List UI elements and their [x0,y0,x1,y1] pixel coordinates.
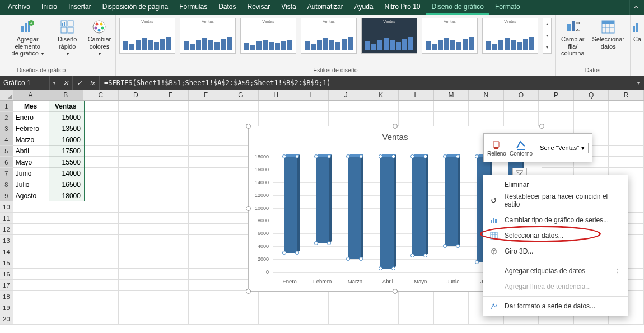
cell[interactable] [119,313,154,325]
cancel-formula-icon[interactable]: ✕ [59,76,73,90]
menu-nitro[interactable]: Nitro Pro 10 [379,0,426,15]
resize-handle[interactable] [246,289,251,294]
chart-style-thumb[interactable]: Ventas [422,18,478,54]
ctx-change-chart-type[interactable]: Cambiar tipo de gráfico de series... [483,212,628,228]
cell[interactable] [153,302,189,313]
cell[interactable]: 16000 [48,134,83,146]
cell[interactable] [223,101,259,112]
cell[interactable] [259,313,294,325]
menu-inicio[interactable]: Inicio [36,0,63,15]
cell[interactable] [153,257,189,269]
cell[interactable] [259,112,294,123]
row-header[interactable]: 20 [0,313,13,324]
cell[interactable] [153,157,189,168]
cell[interactable] [119,112,154,123]
ctx-format-series[interactable]: Dar formato a serie de datos... [483,298,628,314]
accept-formula-icon[interactable]: ✓ [73,76,86,90]
fill-button[interactable]: Relleno [487,139,506,157]
cell[interactable]: Julio [13,179,49,190]
cell[interactable] [399,291,434,302]
cell[interactable] [119,190,154,201]
resize-handle[interactable] [539,124,544,129]
cell[interactable] [434,112,469,123]
cell[interactable]: 18000 [48,190,83,201]
cell[interactable] [434,302,469,313]
cell[interactable] [119,224,154,235]
chart-bar[interactable] [307,157,339,272]
cell[interactable] [363,112,399,123]
cell[interactable] [48,224,83,235]
cell[interactable] [119,101,154,112]
menu-archivo[interactable]: Archivo [2,0,36,15]
cell[interactable] [119,213,154,224]
cell[interactable] [48,246,83,257]
ctx-3d-rotation[interactable]: Giro 3D... [483,243,628,259]
cell[interactable] [13,246,49,257]
cell[interactable] [153,112,189,123]
cell[interactable] [153,179,189,190]
resize-handle[interactable] [393,124,398,129]
cell[interactable] [399,101,434,112]
cell[interactable] [153,246,189,257]
chart-style-thumb[interactable]: Ventas [482,18,538,54]
cell[interactable] [119,146,154,157]
menu-automatizar[interactable]: Automatizar [302,0,349,15]
cell[interactable] [469,112,504,123]
cell[interactable] [189,280,224,291]
row-header[interactable]: 15 [0,257,13,268]
add-chart-element-button[interactable]: + Agregar elemento de gráfico ▾ [3,18,52,58]
cell[interactable] [83,168,119,179]
cell[interactable] [189,246,224,257]
cell[interactable] [119,179,154,190]
cell[interactable] [259,291,294,302]
cell[interactable] [189,168,224,179]
row-header[interactable]: 11 [0,213,13,223]
cell[interactable] [83,146,119,157]
resize-handle[interactable] [393,289,398,294]
cell[interactable] [609,157,644,168]
cell[interactable] [119,280,154,291]
cell[interactable] [119,235,154,246]
cell[interactable] [153,224,189,235]
menu-formato[interactable]: Formato [489,0,526,15]
row-header[interactable]: 4 [0,134,13,145]
cell[interactable] [574,101,609,112]
cell[interactable] [223,302,259,313]
cell[interactable] [189,235,224,246]
cell[interactable] [153,201,189,213]
cell[interactable] [13,269,49,280]
chart-bar[interactable] [404,157,436,272]
cell[interactable] [223,291,259,302]
cell[interactable] [259,101,294,112]
column-header[interactable]: D [119,90,154,100]
cell[interactable] [83,269,119,280]
cell[interactable] [329,313,364,325]
row-header[interactable]: 14 [0,246,13,257]
ctx-select-data[interactable]: Seleccionar datos... [483,228,628,243]
menu-insertar[interactable]: Insertar [63,0,97,15]
cell[interactable]: Abril [13,146,49,157]
cell[interactable] [48,201,83,213]
cell[interactable] [153,134,189,146]
switch-row-column-button[interactable]: Cambiar fila/ columna [559,18,587,58]
cell[interactable] [363,302,399,313]
row-header[interactable]: 13 [0,235,13,246]
cell[interactable] [293,112,329,123]
ctx-delete[interactable]: Eliminar [483,177,628,193]
cell[interactable] [189,269,224,280]
series-selector[interactable]: Serie "Ventas"▾ [536,143,589,153]
cell[interactable] [434,101,469,112]
chart-bar[interactable] [340,157,372,272]
menu-diseno-grafico[interactable]: Diseño de gráfico [426,0,489,15]
outline-button[interactable]: Contorno [510,139,533,157]
cell[interactable] [153,280,189,291]
cell[interactable] [83,313,119,325]
cell[interactable] [119,134,154,146]
column-header[interactable]: M [434,90,469,100]
cell[interactable] [189,190,224,201]
select-all-corner[interactable] [0,90,13,100]
cell[interactable] [223,112,259,123]
chart-style-thumb[interactable]: Ventas [361,18,417,54]
cell[interactable] [48,280,83,291]
spreadsheet-grid[interactable]: ABCDEFGHIJKLMNOPQR 1MesVentas2Enero15000… [0,90,644,333]
